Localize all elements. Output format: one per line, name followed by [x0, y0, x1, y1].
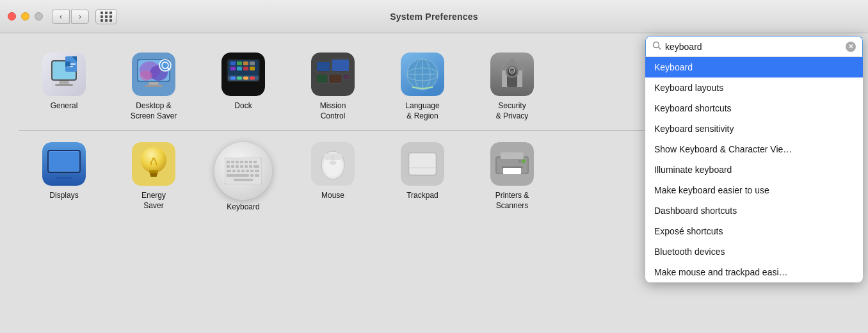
svg-rect-85	[253, 161, 257, 163]
pref-desktop[interactable]: Desktop & Screen Saver	[109, 46, 198, 127]
svg-rect-84	[249, 161, 252, 163]
svg-rect-39	[317, 62, 330, 71]
svg-rect-83	[245, 161, 248, 163]
pref-dock[interactable]: Dock	[198, 46, 288, 127]
search-clear-button[interactable]: ✕	[846, 42, 856, 52]
search-bar: ✕	[645, 36, 863, 57]
forward-icon: ›	[79, 12, 81, 21]
window-title: System Preferences	[390, 12, 478, 22]
pref-mouse[interactable]: Mouse	[288, 136, 378, 219]
svg-rect-71	[149, 170, 158, 173]
svg-point-70	[141, 147, 166, 173]
search-result-item[interactable]: Keyboard	[645, 57, 863, 77]
svg-line-123	[659, 47, 661, 50]
general-icon	[42, 53, 86, 96]
language-label: Language & Region	[405, 101, 439, 121]
svg-rect-100	[227, 174, 249, 177]
title-bar: ‹ › System Preferences	[0, 0, 868, 33]
search-magnifier-icon	[652, 41, 661, 52]
svg-rect-31	[243, 61, 248, 65]
svg-rect-88	[236, 165, 239, 168]
pref-displays[interactable]: Displays	[19, 136, 109, 219]
dock-icon	[221, 53, 265, 96]
trackpad-label: Trackpad	[406, 191, 438, 201]
svg-rect-103	[234, 179, 253, 181]
svg-point-121	[518, 160, 522, 163]
svg-rect-66	[49, 152, 79, 171]
pref-trackpad[interactable]: Trackpad	[378, 136, 467, 219]
forward-button[interactable]: ›	[71, 10, 89, 24]
svg-rect-102	[255, 174, 259, 177]
svg-rect-99	[255, 170, 259, 172]
mouse-label: Mouse	[321, 191, 344, 201]
svg-point-109	[330, 161, 336, 165]
search-result-item[interactable]: Show Keyboard & Character Vie…	[645, 139, 863, 159]
svg-rect-34	[237, 67, 242, 70]
svg-rect-81	[236, 161, 239, 163]
search-result-item[interactable]: Keyboard shortcuts	[645, 98, 863, 118]
search-result-item[interactable]: Exposé shortcuts	[645, 221, 863, 241]
mission-icon	[311, 53, 355, 96]
desktop-label: Desktop & Screen Saver	[131, 101, 177, 121]
mouse-icon	[311, 142, 355, 186]
svg-rect-29	[230, 61, 236, 65]
displays-label: Displays	[49, 191, 78, 201]
search-result-item[interactable]: Make keyboard easier to use	[645, 180, 863, 200]
search-result-item[interactable]: Keyboard layouts	[645, 77, 863, 98]
search-results-list: KeyboardKeyboard layoutsKeyboard shortcu…	[645, 57, 863, 282]
svg-rect-28	[250, 77, 255, 80]
pref-mission[interactable]: Mission Control	[288, 46, 378, 127]
general-label: General	[51, 101, 78, 111]
search-result-item[interactable]: Make mouse and trackpad easi…	[645, 262, 863, 282]
svg-rect-27	[243, 77, 248, 80]
content-area: General	[0, 33, 868, 333]
energy-icon	[132, 142, 175, 186]
minimize-button[interactable]	[21, 12, 29, 20]
svg-rect-95	[237, 170, 240, 172]
svg-rect-97	[246, 170, 249, 172]
pref-language[interactable]: Language & Region	[378, 46, 467, 127]
svg-rect-98	[250, 170, 253, 172]
svg-rect-73	[150, 175, 157, 177]
displays-icon	[42, 142, 86, 186]
search-result-item[interactable]: Dashboard shortcuts	[645, 200, 863, 221]
svg-rect-117	[501, 152, 524, 159]
svg-rect-82	[240, 161, 243, 163]
svg-rect-45	[330, 75, 341, 83]
clear-icon: ✕	[848, 43, 853, 50]
svg-point-62	[511, 71, 513, 74]
pref-keyboard[interactable]: Keyboard	[198, 136, 288, 219]
keyboard-svg	[225, 158, 262, 184]
svg-rect-68	[56, 177, 72, 179]
search-result-item[interactable]: Bluetooth devices	[645, 241, 863, 262]
grid-icon	[100, 12, 113, 22]
back-icon: ‹	[60, 12, 62, 21]
back-button[interactable]: ‹	[52, 10, 70, 24]
svg-rect-17	[145, 85, 163, 87]
pref-security[interactable]: Security & Privacy	[467, 46, 557, 127]
svg-rect-80	[231, 161, 234, 163]
svg-point-15	[140, 70, 152, 81]
printers-label: Printers & Scanners	[495, 191, 529, 211]
keyboard-label: Keyboard	[227, 202, 259, 213]
search-result-item[interactable]: Illuminate keyboard	[645, 159, 863, 180]
svg-rect-96	[241, 170, 245, 172]
pref-printers[interactable]: Printers & Scanners	[467, 136, 557, 219]
svg-rect-4	[55, 84, 73, 86]
search-dropdown: ✕ KeyboardKeyboard layoutsKeyboard short…	[645, 36, 863, 282]
svg-rect-93	[227, 170, 231, 172]
pref-general[interactable]: General	[19, 46, 109, 127]
svg-rect-16	[149, 82, 159, 85]
grid-view-button[interactable]	[95, 9, 117, 24]
svg-rect-9	[65, 61, 70, 67]
svg-rect-89	[240, 165, 243, 168]
desktop-icon	[132, 53, 175, 96]
keyboard-circle	[214, 142, 272, 200]
search-input[interactable]	[665, 42, 846, 52]
svg-rect-47	[344, 75, 349, 79]
close-button[interactable]	[8, 12, 16, 20]
svg-rect-101	[250, 174, 253, 177]
search-result-item[interactable]: Keyboard sensitivity	[645, 118, 863, 139]
pref-energy[interactable]: Energy Saver	[109, 136, 198, 219]
maximize-button[interactable]	[35, 12, 43, 20]
